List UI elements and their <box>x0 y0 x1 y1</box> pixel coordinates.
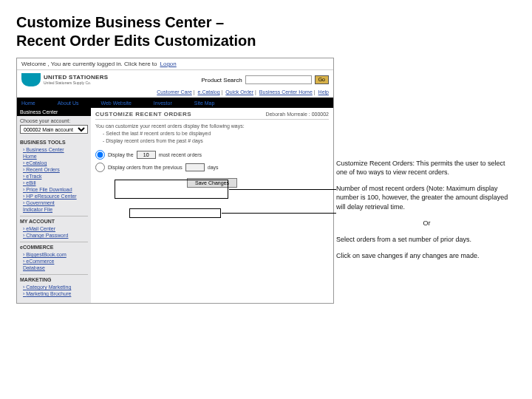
title-line2: Recent Order Edits Customization <box>16 33 256 49</box>
sidebar-ecatalog[interactable]: eCatalog <box>20 160 88 166</box>
current-user: Deborah Morreale : 000002 <box>265 112 329 117</box>
logon-link[interactable]: Logon <box>160 61 177 67</box>
sidebar-biggestbook[interactable]: BiggestBook.com <box>20 251 88 258</box>
link-help[interactable]: Help <box>318 89 329 95</box>
section-my-account: MY ACCOUNT <box>20 216 88 224</box>
sidebar-hp-eresource[interactable]: HP eResource Center <box>20 193 88 200</box>
days-input[interactable] <box>185 163 205 171</box>
sidebar-marketing-brochure[interactable]: Marketing Brochure <box>20 290 88 297</box>
app-screenshot: Welcome , You are currently logged in. C… <box>16 58 334 304</box>
logo-icon <box>21 73 41 86</box>
callout-p2: Number of most recent orders (Note: Maxi… <box>336 184 517 211</box>
link-bc-home[interactable]: Business Center Home <box>259 89 313 95</box>
slide-title: Customize Business Center – Recent Order… <box>0 0 532 58</box>
page-title: CUSTOMIZE RECENT ORDERS <box>95 111 191 117</box>
sidebar-category-marketing[interactable]: Category Marketing <box>20 284 88 290</box>
sidebar-change-password[interactable]: Change Password <box>20 232 88 239</box>
opt1-label-a: Display the <box>108 152 134 157</box>
callout-or: Or <box>336 219 517 228</box>
opt2-label-a: Display orders from the previous <box>108 165 183 170</box>
sidebar: Business Center Choose your account: 000… <box>17 108 91 303</box>
link-quick-order[interactable]: Quick Order <box>225 89 253 95</box>
sidebar-etrack[interactable]: eTrack <box>20 173 88 180</box>
callout-p1: Customize Recent Orders: This permits th… <box>336 159 517 177</box>
nav-web[interactable]: Web Website <box>100 100 131 106</box>
welcome-text: Welcome , You are currently logged in. C… <box>21 61 157 67</box>
callout-text: Customize Recent Orders: This permits th… <box>336 159 517 267</box>
logo: UNITED STATIONERS United Stationers Supp… <box>21 73 108 86</box>
radio-previous-days[interactable] <box>95 163 105 172</box>
search-label: Product Search <box>202 77 242 83</box>
link-customer-care[interactable]: Customer Care <box>157 89 191 95</box>
nav-about[interactable]: About Us <box>58 100 79 106</box>
top-nav: Home About Us Web Website Investor Site … <box>17 98 333 108</box>
sidebar-ebill[interactable]: eBill <box>20 180 88 186</box>
go-button[interactable]: Go <box>315 75 329 84</box>
option-most-recent: Display the most recent orders <box>95 149 329 161</box>
opt1-label-b: most recent orders <box>159 152 202 157</box>
option-previous-days: Display orders from the previous days <box>95 161 329 174</box>
sidebar-ecommerce[interactable]: eCommerce <box>20 258 88 265</box>
section-ecommerce: eCOMMERCE <box>20 242 88 250</box>
search-input[interactable] <box>245 75 312 84</box>
callout-p3: Select orders from a set number of prior… <box>336 235 517 244</box>
intro-line: You can customize your recent orders dis… <box>95 123 329 130</box>
recent-count-input[interactable] <box>137 151 156 159</box>
radio-most-recent[interactable] <box>95 150 105 160</box>
logo-text: UNITED STATIONERS <box>44 75 108 81</box>
account-select[interactable]: 000002 Main account <box>20 125 88 134</box>
instructions: You can customize your recent orders dis… <box>95 123 329 144</box>
header-row: UNITED STATIONERS United Stationers Supp… <box>17 70 333 89</box>
link-ecatalog[interactable]: e.Catalog <box>198 89 220 95</box>
choose-account-label: Choose your account: <box>20 118 88 123</box>
sidebar-price-file[interactable]: Price File Download <box>20 186 88 193</box>
sidebar-home[interactable]: Home <box>20 153 88 160</box>
title-line1: Customize Business Center – <box>16 14 224 30</box>
main-panel: CUSTOMIZE RECENT ORDERS Deborah Morreale… <box>91 108 333 303</box>
nav-home[interactable]: Home <box>21 100 35 106</box>
logo-subtext: United Stationers Supply Co. <box>44 81 108 85</box>
welcome-bar: Welcome , You are currently logged in. C… <box>17 58 333 70</box>
product-search: Product Search Go <box>202 75 329 84</box>
sidebar-title: Business Center <box>17 108 91 116</box>
intro-b: - Display recent orders from the past # … <box>95 137 329 145</box>
sidebar-database[interactable]: Database <box>20 265 88 271</box>
sidebar-government[interactable]: Government <box>20 200 88 206</box>
utility-links: Customer Care| e.Catalog| Quick Order| B… <box>17 89 333 98</box>
leader-line-2 <box>222 213 336 214</box>
sidebar-recent-orders[interactable]: Recent Orders <box>20 166 88 173</box>
section-business-tools: BUSINESS TOOLS <box>20 140 88 145</box>
save-changes-button[interactable]: Save Changes <box>187 178 237 188</box>
callout-p4: Click on save changes if any changes are… <box>336 251 517 260</box>
sidebar-email-center[interactable]: eMail Center <box>20 225 88 232</box>
nav-sitemap[interactable]: Site Map <box>194 100 215 106</box>
opt2-label-b: days <box>208 165 219 170</box>
leader-line-1 <box>229 189 336 190</box>
intro-a: - Select the last # recent orders to be … <box>95 130 329 137</box>
section-marketing: MARKETING <box>20 274 88 282</box>
sidebar-indicator-file[interactable]: Indicator File <box>20 206 88 213</box>
sidebar-business-center[interactable]: Business Center <box>20 146 88 153</box>
nav-investor[interactable]: Investor <box>154 100 172 106</box>
